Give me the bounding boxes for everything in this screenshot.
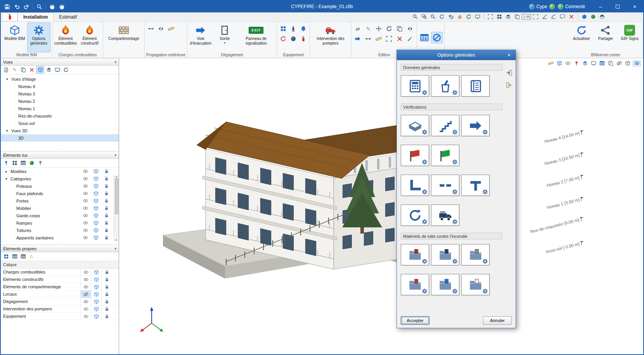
visibility-eye-icon[interactable] bbox=[80, 268, 91, 276]
rotate-icon[interactable] bbox=[384, 24, 394, 33]
visibility-eye-icon[interactable] bbox=[80, 168, 91, 175]
erase-icon[interactable] bbox=[567, 13, 576, 21]
hydrant-library-button[interactable] bbox=[401, 274, 429, 295]
titlebar[interactable]: CYPEFIRE - Example_01.cfib Cype Connecté… bbox=[1, 1, 643, 12]
3d-cube-icon[interactable] bbox=[91, 190, 101, 197]
tab-installation[interactable]: Installation bbox=[17, 12, 54, 21]
sprinkler-network-icon[interactable] bbox=[279, 24, 288, 33]
hidden-elements-icon[interactable] bbox=[615, 59, 623, 67]
firefighter-intervention-button[interactable]: Intervention des pompiers bbox=[312, 23, 350, 52]
edit-view-icon[interactable]: ✎ bbox=[10, 66, 19, 74]
visibility-filter-icon[interactable] bbox=[564, 59, 572, 67]
tree-item-niveau-1[interactable]: Niveau 1 bbox=[1, 105, 119, 112]
frame-icon[interactable] bbox=[486, 13, 495, 21]
3d-cube-icon[interactable] bbox=[91, 175, 101, 182]
redo-icon[interactable] bbox=[22, 2, 31, 11]
render-mode-icon[interactable] bbox=[589, 13, 597, 21]
lock-icon[interactable] bbox=[101, 190, 112, 197]
stretch-icon[interactable] bbox=[353, 34, 362, 43]
export-configuration-icon[interactable] bbox=[505, 81, 513, 89]
panel-splitter[interactable]: ···· bbox=[1, 148, 119, 151]
extinguisher-library-button[interactable] bbox=[461, 244, 490, 265]
print-icon[interactable] bbox=[47, 2, 57, 11]
zoom-extents-icon[interactable] bbox=[429, 13, 437, 21]
import-configuration-icon[interactable] bbox=[505, 69, 513, 76]
separation-distance-icon[interactable] bbox=[166, 24, 176, 33]
measure-icon[interactable] bbox=[374, 34, 383, 43]
scroll-up-icon[interactable]: ▲ bbox=[115, 175, 118, 178]
tree-item-sous-sol[interactable]: Sous-sol bbox=[1, 119, 119, 127]
hose-reel-library-button[interactable] bbox=[431, 244, 459, 265]
3d-cube-icon[interactable] bbox=[91, 234, 101, 241]
copy-icon[interactable] bbox=[395, 24, 404, 33]
lock-icon[interactable] bbox=[101, 283, 112, 291]
undo-icon[interactable] bbox=[12, 2, 21, 11]
lock-icon[interactable] bbox=[101, 291, 112, 298]
layer-row-elements-constructifs[interactable]: Éléments constructifs bbox=[1, 276, 119, 283]
redraw-icon[interactable] bbox=[438, 13, 446, 21]
tab-estimatif[interactable]: Estimatif bbox=[54, 13, 82, 21]
warning-icon[interactable]: ⚠ bbox=[28, 253, 36, 260]
evacuation-route-check-button[interactable] bbox=[461, 115, 490, 136]
visibility-eye-icon[interactable] bbox=[80, 182, 91, 190]
orbit-icon[interactable] bbox=[464, 13, 473, 21]
visibility-eye-icon[interactable] bbox=[80, 227, 91, 234]
visibility-eye-icon[interactable] bbox=[80, 298, 91, 305]
facade-reaction-check-button[interactable] bbox=[401, 145, 429, 166]
accept-button[interactable]: Accepter bbox=[401, 316, 429, 325]
design-options-button[interactable] bbox=[431, 75, 459, 97]
vertical-scrollbar[interactable]: ▲ ▼ bbox=[114, 175, 119, 241]
tree-item-appareils-sanitaires[interactable]: Appareils sanitaires bbox=[1, 234, 119, 241]
section-view-icon[interactable] bbox=[45, 66, 53, 74]
3d-cube-icon[interactable] bbox=[91, 168, 101, 175]
minimize-button[interactable]: – bbox=[592, 1, 609, 12]
connection-status[interactable]: Connecté bbox=[558, 4, 585, 9]
general-data-options-button[interactable] bbox=[401, 75, 429, 97]
lock-icon[interactable] bbox=[101, 212, 112, 219]
match-properties-icon[interactable] bbox=[405, 34, 415, 43]
section-planes-icon[interactable] bbox=[581, 59, 589, 67]
delete-view-icon[interactable] bbox=[28, 66, 36, 74]
detection-library-button[interactable] bbox=[431, 274, 459, 295]
scroll-down-icon[interactable]: ▼ bbox=[115, 239, 118, 241]
combustible-element-button[interactable]: Élément combustibles bbox=[54, 23, 77, 52]
constructive-element-button[interactable]: Élément constructif bbox=[78, 23, 101, 52]
stairs-check-button[interactable] bbox=[431, 115, 459, 136]
detector-icon[interactable] bbox=[289, 34, 298, 43]
panel-header-vues[interactable]: Vues ▾ bbox=[1, 58, 119, 66]
lock-icon[interactable] bbox=[101, 276, 112, 283]
compartmentation-button[interactable]: Compartimentage bbox=[105, 23, 143, 52]
protractor-icon[interactable] bbox=[549, 13, 558, 21]
solid-mode-icon[interactable] bbox=[555, 59, 563, 67]
sphere-view-icon[interactable] bbox=[580, 13, 589, 21]
search-zoom-icon[interactable] bbox=[411, 13, 419, 21]
group-elements-icon[interactable] bbox=[606, 59, 615, 67]
lock-icon[interactable] bbox=[101, 227, 112, 234]
3d-cube-icon[interactable] bbox=[91, 313, 101, 320]
signal-panel-button[interactable]: EXIT Panneau de signalisation bbox=[237, 23, 275, 52]
scale-reference[interactable]: 1.00 bbox=[522, 14, 531, 19]
sectors-check-button[interactable] bbox=[401, 115, 429, 136]
siren-icon[interactable] bbox=[299, 24, 308, 33]
duplicate-view-icon[interactable] bbox=[19, 66, 27, 74]
scrollbar-thumb[interactable] bbox=[115, 178, 118, 214]
pan-icon[interactable] bbox=[455, 13, 464, 21]
view-3d-icon[interactable] bbox=[36, 66, 44, 74]
delete-icon[interactable] bbox=[395, 34, 404, 43]
lock-icon[interactable] bbox=[101, 305, 112, 313]
visibility-eye-icon[interactable] bbox=[80, 234, 91, 241]
grid-icon[interactable] bbox=[495, 13, 504, 21]
lock-icon[interactable] bbox=[101, 219, 112, 227]
lock-icon[interactable] bbox=[101, 313, 112, 320]
separation-elements-check-button[interactable] bbox=[431, 175, 459, 196]
visibility-eye-icon[interactable] bbox=[80, 305, 91, 313]
tree-item-faux-plafonds[interactable]: Faux plafonds bbox=[1, 190, 119, 197]
visibility-eye-icon[interactable] bbox=[80, 276, 91, 283]
smoke-control-check-button[interactable] bbox=[401, 204, 429, 226]
partition-check-button[interactable] bbox=[461, 175, 490, 196]
layer-row-equipement[interactable]: Équipement bbox=[1, 313, 119, 320]
new-floor-view-icon[interactable] bbox=[2, 66, 10, 74]
layer-row-degagement[interactable]: Dégagement bbox=[1, 298, 119, 305]
attach-icon[interactable] bbox=[572, 59, 580, 67]
tree-item-toitures[interactable]: Toitures bbox=[1, 227, 119, 234]
